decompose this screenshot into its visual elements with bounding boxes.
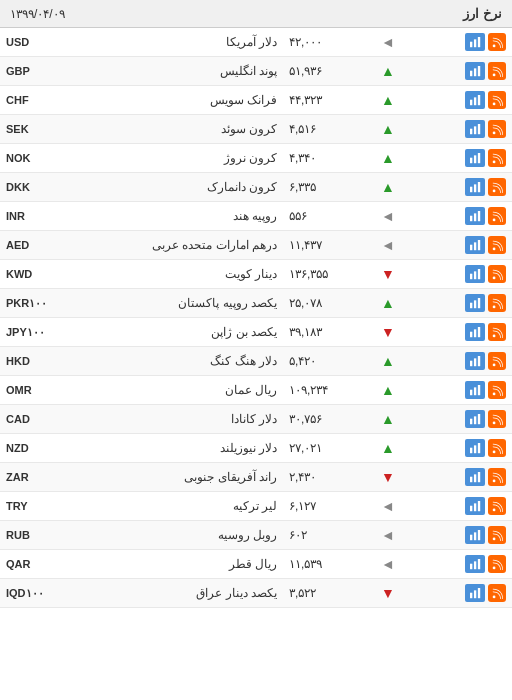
table-row: ◄۶۰۲روبل روسیهRUB [0,521,512,550]
currency-code: AED [0,231,60,260]
currency-name: کرون دانمارک [60,173,283,202]
chart-icon[interactable] [465,410,485,428]
rss-icon[interactable] [488,207,506,225]
currency-code: HKD [0,347,60,376]
rss-icon[interactable] [488,352,506,370]
svg-rect-79 [477,588,479,598]
chart-icon[interactable] [465,33,485,51]
svg-rect-74 [473,561,475,569]
rss-icon[interactable] [488,294,506,312]
currency-code: GBP [0,57,60,86]
rss-icon[interactable] [488,178,506,196]
rss-icon[interactable] [488,584,506,602]
currency-price: ۴۲,۰۰۰ [283,28,373,57]
svg-rect-35 [477,269,479,279]
rss-icon[interactable] [488,33,506,51]
rss-icon[interactable] [488,91,506,109]
table-row: ▲۲۷,۰۲۱دلار نیوزیلندNZD [0,434,512,463]
svg-rect-15 [477,124,479,134]
currency-name: ریال عمان [60,376,283,405]
table-row: ▼۲,۴۳۰راند آفریقای جنوبیZAR [0,463,512,492]
currency-code: PKR۱۰۰ [0,289,60,318]
rss-icon[interactable] [488,323,506,341]
svg-rect-69 [470,534,472,540]
svg-rect-25 [470,215,472,221]
svg-rect-11 [477,95,479,105]
table-row: ▲۴,۵۱۶کرون سوئدSEK [0,115,512,144]
svg-point-68 [492,537,495,540]
chart-icon[interactable] [465,323,485,341]
chart-icon[interactable] [465,265,485,283]
arrow-up-icon: ▲ [381,440,395,456]
rss-icon[interactable] [488,149,506,167]
currency-name: دلار آمریکا [60,28,283,57]
currency-code: CHF [0,86,60,115]
chart-icon[interactable] [465,439,485,457]
chart-icon[interactable] [465,497,485,515]
table-row: ▲۵,۴۲۰دلار هنگ کنگHKD [0,347,512,376]
rss-icon[interactable] [488,526,506,544]
rss-icon[interactable] [488,497,506,515]
svg-rect-39 [477,298,479,308]
rss-icon[interactable] [488,265,506,283]
arrow-neutral-icon: ◄ [381,34,395,50]
svg-rect-19 [477,153,479,163]
arrow-up-icon: ▲ [381,411,395,427]
svg-point-72 [492,566,495,569]
svg-rect-23 [477,182,479,192]
chart-icon[interactable] [465,178,485,196]
chart-icon[interactable] [465,468,485,486]
direction-arrow: ◄ [373,231,403,260]
direction-arrow: ▲ [373,405,403,434]
svg-rect-34 [473,271,475,279]
chart-icon[interactable] [465,120,485,138]
svg-rect-46 [473,358,475,366]
chart-icon[interactable] [465,236,485,254]
chart-icon[interactable] [465,294,485,312]
svg-point-8 [492,102,495,105]
table-row: ◄۱۱,۴۳۷درهم امارات متحده عربیAED [0,231,512,260]
direction-arrow: ▲ [373,434,403,463]
rss-icon[interactable] [488,410,506,428]
rss-icon[interactable] [488,120,506,138]
chart-icon[interactable] [465,352,485,370]
table-row: ▲۴,۳۴۰کرون نروژNOK [0,144,512,173]
svg-rect-77 [470,592,472,598]
chart-icon[interactable] [465,526,485,544]
arrow-up-icon: ▲ [381,353,395,369]
rss-icon[interactable] [488,439,506,457]
direction-arrow: ▲ [373,173,403,202]
svg-rect-41 [470,331,472,337]
rss-icon[interactable] [488,236,506,254]
svg-rect-43 [477,327,479,337]
chart-icon[interactable] [465,149,485,167]
svg-rect-66 [473,503,475,511]
rss-icon[interactable] [488,555,506,573]
chart-icon[interactable] [465,62,485,80]
rss-icon[interactable] [488,468,506,486]
currency-name: ریال قطر [60,550,283,579]
rss-icon[interactable] [488,381,506,399]
chart-icon[interactable] [465,91,485,109]
chart-icon[interactable] [465,555,485,573]
table-row: ▼۱۳۶,۳۵۵دینار کویتKWD [0,260,512,289]
table-row: ▼۳۹,۱۸۳یکصد بن ژاپنJPY۱۰۰ [0,318,512,347]
svg-point-76 [492,595,495,598]
svg-point-60 [492,479,495,482]
currency-name: دینار کویت [60,260,283,289]
currency-name: روپیه هند [60,202,283,231]
chart-icon[interactable] [465,381,485,399]
svg-rect-3 [477,37,479,47]
arrow-up-icon: ▲ [381,179,395,195]
svg-rect-75 [477,559,479,569]
arrow-up-icon: ▲ [381,150,395,166]
rss-icon[interactable] [488,62,506,80]
currency-code: INR [0,202,60,231]
currency-code: USD [0,28,60,57]
currency-price: ۵۱,۹۳۶ [283,57,373,86]
currency-name: دلار هنگ کنگ [60,347,283,376]
currency-code: ZAR [0,463,60,492]
svg-point-4 [492,73,495,76]
chart-icon[interactable] [465,207,485,225]
chart-icon[interactable] [465,584,485,602]
